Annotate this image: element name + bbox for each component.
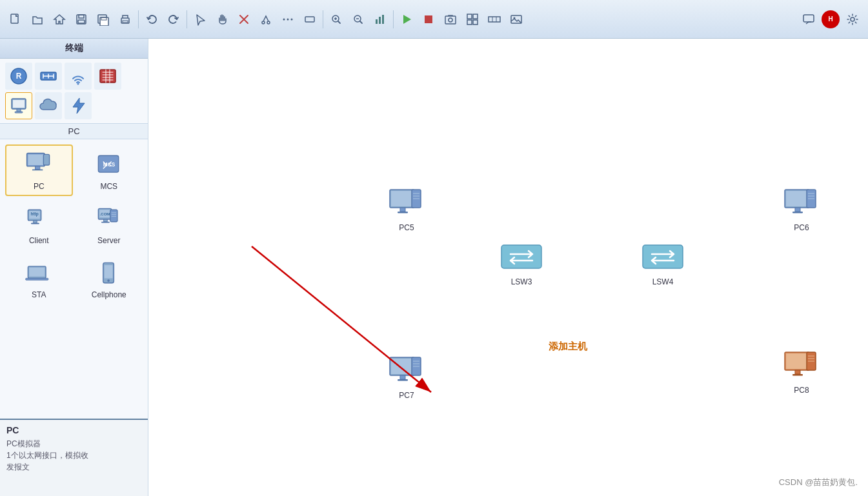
svg-rect-59 xyxy=(103,219,107,222)
svg-rect-103 xyxy=(795,370,800,374)
svg-rect-42 xyxy=(15,112,23,113)
toolbar-open-btn[interactable] xyxy=(27,9,48,30)
svg-rect-39 xyxy=(100,70,116,83)
desc-line3: 发报文 xyxy=(6,461,141,473)
device-sta-label: STA xyxy=(32,290,46,299)
svg-rect-2 xyxy=(79,15,84,18)
canvas-device-pc8[interactable]: PC8 xyxy=(782,350,821,395)
toolbar-home-btn[interactable] xyxy=(49,9,70,30)
svg-rect-47 xyxy=(35,166,40,170)
svg-rect-21 xyxy=(425,15,432,23)
type-icon-cloud[interactable] xyxy=(35,92,62,119)
svg-rect-90 xyxy=(391,359,413,374)
device-server-label: Server xyxy=(97,236,120,245)
type-icon-wireless[interactable] xyxy=(65,63,92,90)
svg-text:http: http xyxy=(31,212,39,217)
desc-title: PC xyxy=(6,425,141,435)
svg-rect-14 xyxy=(305,17,314,22)
svg-point-11 xyxy=(283,18,285,20)
svg-rect-67 xyxy=(26,278,48,280)
svg-rect-18 xyxy=(379,17,381,24)
svg-rect-98 xyxy=(786,353,808,369)
svg-rect-43 xyxy=(13,100,25,108)
svg-rect-26 xyxy=(467,20,472,25)
device-sta[interactable]: STA xyxy=(5,253,73,304)
device-pc[interactable]: PC xyxy=(5,144,73,196)
toolbar-capture-btn[interactable] xyxy=(440,9,461,30)
device-cellphone[interactable]: Cellphone xyxy=(76,253,143,304)
pc5-label: PC5 xyxy=(399,223,414,232)
toolbar-save-btn[interactable] xyxy=(71,9,92,30)
svg-rect-95 xyxy=(400,375,405,379)
svg-point-38 xyxy=(77,83,79,85)
description-panel: PC PC模拟器 1个以太网接口，模拟收 发报文 xyxy=(0,419,148,496)
toolbar-delete-btn[interactable] xyxy=(234,9,254,30)
svg-point-13 xyxy=(291,18,293,20)
svg-rect-80 xyxy=(786,191,808,206)
device-server[interactable]: .COM Server xyxy=(76,199,143,250)
canvas-device-lsw4[interactable]: LSW4 xyxy=(640,239,685,286)
toolbar-play-btn[interactable] xyxy=(396,9,417,30)
canvas-device-pc7[interactable]: PC7 xyxy=(387,355,426,400)
type-icon-router[interactable]: R xyxy=(5,63,32,90)
toolbar-grid1-btn[interactable] xyxy=(462,9,483,30)
toolbar-huawei-btn[interactable]: H xyxy=(822,10,840,28)
svg-point-70 xyxy=(107,279,110,282)
device-pc-label: PC xyxy=(34,182,45,191)
type-icon-lightning[interactable] xyxy=(65,92,92,119)
svg-rect-45 xyxy=(28,154,44,165)
svg-rect-85 xyxy=(795,208,800,212)
svg-rect-88 xyxy=(643,245,683,268)
svg-rect-61 xyxy=(110,210,117,221)
type-icon-firewall[interactable] xyxy=(94,63,121,90)
canvas-area[interactable]: PC5 PC6 xyxy=(148,39,868,496)
toolbar-image-btn[interactable] xyxy=(506,9,527,30)
svg-marker-20 xyxy=(403,15,411,24)
cellphone-device-icon xyxy=(94,258,125,289)
svg-point-9 xyxy=(262,21,265,24)
svg-point-12 xyxy=(287,18,289,20)
svg-point-23 xyxy=(449,18,452,22)
device-mcs[interactable]: MCS MCS xyxy=(76,144,143,196)
toolbar-redo-btn[interactable] xyxy=(163,9,184,30)
svg-rect-77 xyxy=(400,208,405,212)
pc5-icon xyxy=(387,187,426,222)
svg-rect-0 xyxy=(11,14,18,23)
type-icon-switch[interactable] xyxy=(35,63,62,90)
toolbar-saveas-btn[interactable] xyxy=(93,9,114,30)
svg-rect-46 xyxy=(44,154,50,165)
svg-rect-66 xyxy=(29,268,45,277)
toolbar-undo-btn[interactable] xyxy=(141,9,162,30)
canvas-device-pc6[interactable]: PC6 xyxy=(782,187,821,232)
watermark: CSDN @苗苗奶黄包. xyxy=(779,477,858,488)
toolbar-stop-btn[interactable] xyxy=(418,9,439,30)
toolbar-hand-btn[interactable] xyxy=(212,9,232,30)
toolbar-right: H xyxy=(798,9,863,30)
canvas-device-lsw3[interactable]: LSW3 xyxy=(499,239,544,286)
toolbar-settings-btn[interactable] xyxy=(842,9,863,30)
desc-line1: PC模拟器 xyxy=(6,438,141,450)
toolbar-chart-btn[interactable] xyxy=(370,9,390,30)
svg-text:.COM: .COM xyxy=(99,212,110,216)
client-device-icon: http xyxy=(23,204,54,235)
toolbar-cut-btn[interactable] xyxy=(256,9,276,30)
toolbar-grid2-btn[interactable] xyxy=(484,9,505,30)
toolbar-select-btn[interactable] xyxy=(190,9,210,30)
toolbar-print-btn[interactable] xyxy=(115,9,136,30)
device-client[interactable]: http Client xyxy=(5,199,73,250)
toolbar-chat-btn[interactable] xyxy=(798,9,819,30)
type-icon-pc[interactable] xyxy=(5,92,32,119)
toolbar-rect-btn[interactable] xyxy=(299,9,320,30)
device-grid: PC MCS MCS xyxy=(0,139,148,310)
sidebar-header: 终端 xyxy=(0,39,148,59)
toolbar-dots-btn[interactable] xyxy=(278,9,298,30)
lsw4-icon xyxy=(640,239,685,276)
canvas-device-pc5[interactable]: PC5 xyxy=(387,187,426,232)
type-icons-container: R xyxy=(0,59,148,123)
divider3 xyxy=(323,10,323,28)
toolbar-zoomin-btn[interactable] xyxy=(326,9,347,30)
svg-rect-17 xyxy=(376,19,378,24)
device-mcs-label: MCS xyxy=(100,182,117,191)
toolbar-new-btn[interactable] xyxy=(5,9,26,30)
toolbar-zoomout-btn[interactable] xyxy=(348,9,368,30)
